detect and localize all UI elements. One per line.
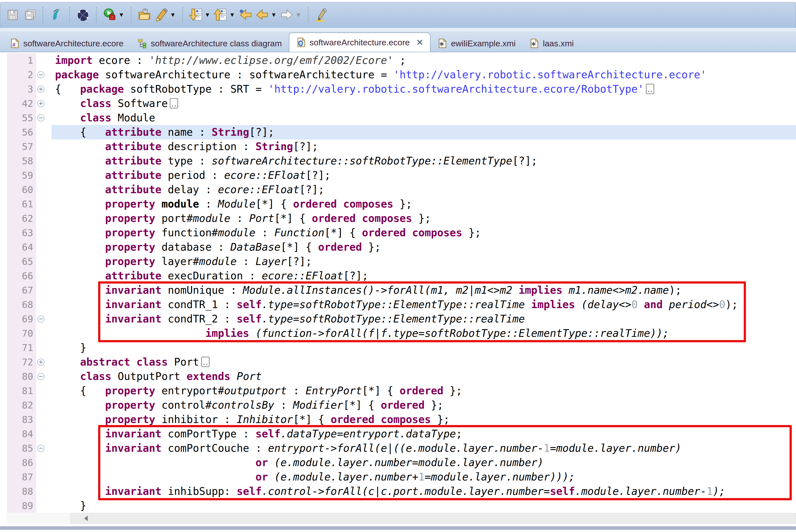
- code-line-88[interactable]: invariant inhibSupp: self.control->forAl…: [52, 484, 796, 498]
- line-number: 55: [7, 111, 36, 125]
- editor-tab-1[interactable]: softwareArchitecture class diagram: [130, 35, 289, 52]
- code-token: ordered: [293, 198, 337, 210]
- code-token: [55, 356, 80, 368]
- code-token: 'http://www.eclipse.org/emf/2002/Ecore': [149, 54, 393, 66]
- code-token: [?];: [249, 126, 274, 138]
- line-number: 58: [7, 154, 36, 168]
- fold-expand-icon[interactable]: [37, 85, 45, 93]
- code-token: type :: [162, 155, 212, 167]
- fold-collapse-icon[interactable]: [37, 444, 45, 453]
- code-line-70[interactable]: implies (function->forAll(f|f.type=softR…: [52, 326, 796, 341]
- dropdown-arrow-icon[interactable]: ▼: [229, 12, 235, 18]
- editor-tab-2[interactable]: softwareArchitecture.ecore✕: [289, 33, 431, 52]
- code-editor[interactable]: 1import ecore : 'http://www.eclipse.org/…: [0, 52, 796, 513]
- fold-collapse-icon[interactable]: [37, 71, 45, 79]
- fold-column: [36, 470, 52, 484]
- toolbar-separator: [42, 7, 43, 22]
- last-edit-location-button[interactable]: [237, 5, 254, 24]
- code-line-89[interactable]: }: [52, 498, 796, 513]
- fold-column: [36, 312, 52, 326]
- code-line-58[interactable]: attribute type : softwareArchitecture::s…: [52, 154, 796, 168]
- code-line-63[interactable]: property function#module : Function[*] {…: [52, 226, 796, 240]
- code-line-66[interactable]: attribute execDuration : ecore::EFloat[?…: [52, 269, 796, 283]
- save-all-button[interactable]: [21, 5, 38, 24]
- code-line-55[interactable]: class Module: [52, 111, 796, 125]
- fold-collapse-icon[interactable]: [37, 114, 45, 122]
- editor-tab-0[interactable]: #softwareArchitecture.ecore: [3, 35, 130, 52]
- code-line-65[interactable]: property layer#module : Layer[?];: [52, 254, 796, 269]
- code-line-80[interactable]: class OutputPort extends Port: [52, 369, 796, 384]
- dropdown-arrow-icon[interactable]: ▼: [205, 12, 211, 18]
- code-line-3[interactable]: { package softRobotType : SRT = 'http://…: [52, 82, 796, 96]
- code-line-72[interactable]: abstract class Port: [52, 355, 796, 369]
- code-token: class: [136, 356, 168, 368]
- code-line-57[interactable]: attribute description : String[?];: [52, 139, 796, 154]
- editor-tab-3[interactable]: ewiliExample.xmi: [431, 35, 523, 52]
- dropdown-arrow-icon[interactable]: ▼: [271, 12, 277, 18]
- marker-pen-button[interactable]: [313, 5, 330, 24]
- close-icon[interactable]: ✕: [416, 38, 423, 46]
- code-line-64[interactable]: property database : DataBase[*] { ordere…: [52, 240, 796, 254]
- ocl-toucan-button[interactable]: [48, 5, 65, 24]
- save-button[interactable]: [4, 5, 21, 24]
- code-line-87[interactable]: or (e.module.layer.number+1=module.layer…: [52, 470, 796, 484]
- code-line-71[interactable]: }: [52, 341, 796, 355]
- code-token: attribute: [105, 140, 162, 153]
- code-line-61[interactable]: property module : Module[*] { ordered co…: [52, 197, 796, 211]
- scrollbar-track[interactable]: [70, 513, 796, 524]
- code-token: ordered: [381, 399, 424, 411]
- code-line-69[interactable]: invariant condTR_2 : self.type=softRobot…: [52, 312, 796, 326]
- code-line-62[interactable]: property port#module : Port[*] { ordered…: [52, 211, 796, 226]
- code-line-42[interactable]: class Software: [52, 96, 796, 111]
- code-token: self: [550, 485, 575, 497]
- folded-region-box[interactable]: [170, 98, 178, 109]
- modeling-globe-button[interactable]: [75, 5, 91, 24]
- code-token: };: [412, 212, 431, 224]
- fold-collapse-icon[interactable]: [37, 315, 45, 323]
- code-line-84[interactable]: invariant comPortType : self.dataType=en…: [52, 427, 796, 441]
- code-token: :: [230, 212, 249, 224]
- code-line-85[interactable]: invariant comPortCouche : entryport->for…: [52, 441, 796, 455]
- next-annotation-button[interactable]: ▼: [188, 5, 212, 24]
- forward-button[interactable]: ▼: [279, 5, 303, 24]
- fold-column: [36, 68, 52, 82]
- code-line-59[interactable]: attribute period : ecore::EFloat[?];: [52, 168, 796, 183]
- folded-region-box[interactable]: [646, 84, 654, 94]
- code-line-2[interactable]: package softwareArchitecture : softwareA…: [52, 68, 796, 82]
- code-line-82[interactable]: property control#controlsBy : Modifier[*…: [52, 398, 796, 412]
- xmi-file-icon: [529, 38, 539, 48]
- dropdown-arrow-icon[interactable]: ▼: [118, 12, 125, 18]
- fold-column: [36, 326, 52, 341]
- open-folder-button[interactable]: [136, 5, 153, 24]
- back-icon: [255, 8, 269, 22]
- code-line-1[interactable]: import ecore : 'http://www.eclipse.org/e…: [52, 53, 796, 68]
- code-line-86[interactable]: or (e.module.layer.number=module.layer.n…: [52, 455, 796, 470]
- previous-annotation-button[interactable]: ▼: [212, 5, 237, 24]
- code-token: {: [55, 83, 80, 95]
- code-line-68[interactable]: invariant condTR_1 : self.type=softRobot…: [52, 298, 796, 312]
- toolbar-separator: [69, 7, 70, 22]
- code-line-81[interactable]: { property entryport#outputport : EntryP…: [52, 384, 796, 398]
- fold-column: [36, 82, 52, 96]
- code-line-67[interactable]: invariant nomUnique : Module.allInstance…: [52, 283, 796, 298]
- fold-column: [36, 125, 52, 139]
- dropdown-arrow-icon: ▼: [296, 12, 302, 18]
- scroll-left-arrow-icon[interactable]: [81, 516, 88, 521]
- fold-expand-icon[interactable]: [37, 358, 45, 366]
- folded-region-box[interactable]: [201, 357, 210, 367]
- editor-tab-4[interactable]: laas.xmi: [523, 35, 581, 52]
- dropdown-arrow-icon[interactable]: ▼: [170, 12, 176, 18]
- code-line-83[interactable]: property inhibitor : Inhibitor[*] { orde…: [52, 412, 796, 427]
- run-external-tools-icon: [103, 8, 116, 22]
- fold-collapse-icon[interactable]: [37, 372, 45, 381]
- highlighter-button[interactable]: ▼: [153, 5, 178, 24]
- code-line-60[interactable]: attribute delay : ecore::EFloat[?];: [52, 183, 796, 197]
- code-token: class: [80, 97, 111, 110]
- code-token: 0: [719, 299, 725, 310]
- line-number: 86: [7, 455, 36, 470]
- run-external-tools-button[interactable]: ▼: [101, 5, 126, 24]
- horizontal-scrollbar[interactable]: [7, 513, 796, 524]
- back-button[interactable]: ▼: [254, 5, 279, 24]
- fold-expand-icon[interactable]: [37, 99, 45, 108]
- code-line-56[interactable]: { attribute name : String[?];: [52, 125, 796, 139]
